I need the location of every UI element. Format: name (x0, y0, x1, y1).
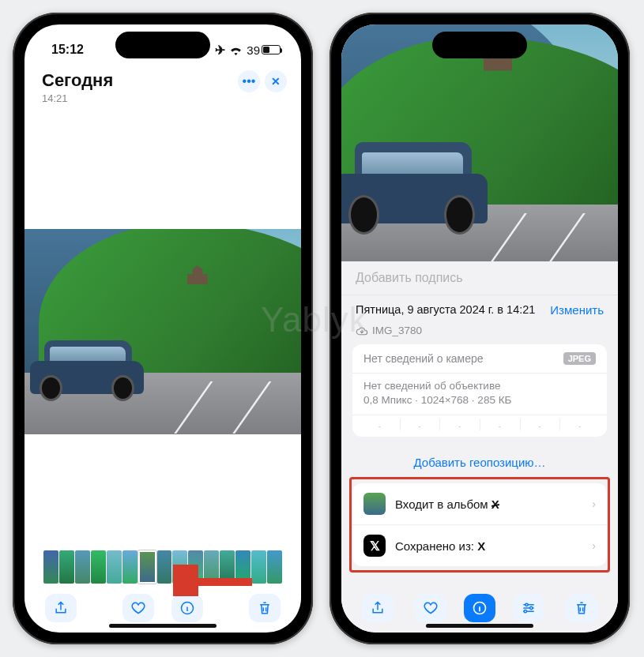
source-group: Входит в альбом X › 𝕏 Сохранено из: X › (352, 483, 607, 566)
chevron-right-icon: › (592, 539, 596, 552)
airplane-icon: ✈︎ (215, 43, 225, 58)
tutorial-arrow (173, 565, 256, 596)
close-button[interactable]: ✕ (265, 70, 287, 92)
svg-point-3 (525, 603, 528, 606)
album-name: X (491, 497, 499, 511)
status-time: 15:12 (51, 43, 84, 57)
delete-button[interactable] (566, 594, 597, 622)
file-row: IMG_3780 (341, 325, 618, 344)
home-indicator[interactable] (426, 624, 533, 628)
screen-right: Добавить подпись Пятница, 9 августа 2024… (341, 24, 618, 633)
add-location-button[interactable]: Добавить геопозицию… (341, 445, 618, 480)
dynamic-island (115, 32, 210, 58)
chevron-right-icon: › (592, 497, 596, 510)
info-button[interactable] (171, 594, 203, 622)
format-badge: JPEG (563, 352, 596, 365)
saved-from-app: X (477, 539, 485, 553)
phone-frame-right: Добавить подпись Пятница, 9 августа 2024… (330, 13, 630, 644)
cloud-icon (356, 326, 368, 336)
battery-percent: 39 (247, 43, 260, 57)
photo-viewport[interactable] (24, 112, 301, 550)
adjust-button[interactable] (513, 594, 544, 622)
album-label: Входит в альбом (395, 497, 491, 511)
saved-from-label: Сохранено из: (395, 539, 477, 553)
photo-preview[interactable] (341, 24, 618, 261)
delete-button[interactable] (249, 594, 281, 622)
header: Сегодня 14:21 ••• ✕ (24, 67, 301, 112)
album-row[interactable]: Входит в альбом X › (352, 483, 607, 524)
more-button[interactable]: ••• (238, 70, 260, 92)
date-row: Пятница, 9 августа 2024 г. в 14:21 Измен… (341, 295, 618, 325)
page-subtitle: 14:21 (42, 92, 113, 104)
wifi-icon (229, 45, 243, 55)
status-icons: ✈︎ 39 (215, 43, 281, 58)
photo-date: Пятница, 9 августа 2024 г. в 14:21 (356, 303, 535, 316)
x-app-icon: 𝕏 (363, 535, 386, 557)
favorite-button[interactable] (122, 594, 154, 622)
photo-specs: 0,8 Мпикс · 1024×768 · 285 КБ (363, 394, 596, 406)
exif-histogram: ------ (352, 415, 607, 437)
favorite-button[interactable] (415, 594, 446, 622)
album-thumb-icon (363, 493, 386, 515)
lens-info: Нет сведений об объективе (363, 380, 596, 392)
info-panel[interactable]: Добавить подпись Пятница, 9 августа 2024… (341, 261, 618, 584)
metadata-card: Нет сведений о камере JPEG Нет сведений … (352, 344, 607, 437)
phone-frame-left: 15:12 ✈︎ 39 Сегодня 14:21 ••• ✕ (13, 13, 313, 644)
dynamic-island (432, 32, 527, 58)
share-button[interactable] (362, 594, 394, 622)
filename: IMG_3780 (372, 325, 422, 336)
thumbnail-strip[interactable] (24, 550, 301, 584)
saved-from-row[interactable]: 𝕏 Сохранено из: X › (352, 524, 607, 566)
caption-field[interactable]: Добавить подпись (341, 261, 618, 295)
home-indicator[interactable] (109, 624, 217, 628)
page-title: Сегодня (42, 70, 113, 91)
share-button[interactable] (45, 594, 77, 622)
main-photo (24, 229, 301, 434)
screen-left: 15:12 ✈︎ 39 Сегодня 14:21 ••• ✕ (24, 24, 301, 633)
info-button-active[interactable] (464, 594, 495, 622)
edit-date-button[interactable]: Изменить (550, 303, 604, 317)
svg-point-5 (524, 610, 526, 613)
battery-indicator: 39 (247, 43, 281, 57)
svg-point-4 (530, 606, 533, 609)
camera-info: Нет сведений о камере (363, 352, 484, 365)
